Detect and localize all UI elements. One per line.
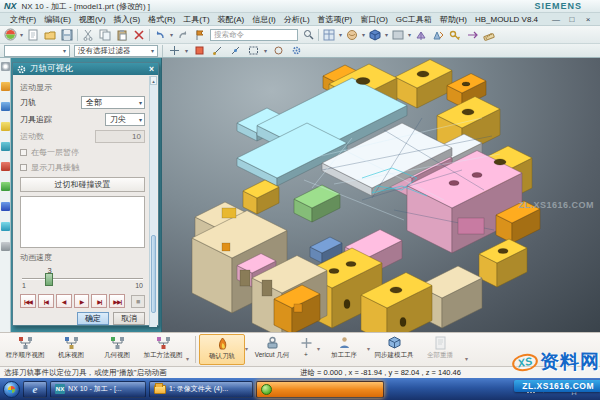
item-flyout-caret[interactable]: ▾ [245,345,248,352]
cancel-button[interactable]: 取消 [113,312,145,325]
item-flyout-caret[interactable]: ▾ [317,345,320,352]
ribbon-item-geometry-view[interactable]: 几何视图 [94,334,140,365]
tray-expand-icon[interactable]: ▴ [521,386,524,393]
menu-tools[interactable]: 工具(T) [179,14,213,25]
history-palette-icon[interactable] [1,222,10,231]
shaded-display-icon[interactable] [345,28,359,42]
menu-information[interactable]: 信息(I) [248,14,280,25]
redo-icon[interactable] [176,28,190,42]
snap-mid-icon[interactable] [228,44,242,58]
pane-icon[interactable] [391,28,405,42]
slider-thumb[interactable] [45,273,53,286]
menu-view[interactable]: 视图(V) [75,14,110,25]
ribbon-item-machine-view[interactable]: 机床视图 [48,334,94,365]
ribbon-item-method-view[interactable]: 加工方法视图 [140,334,186,365]
stop-button[interactable]: ■ [131,295,145,308]
menu-preferences[interactable]: 首选项(P) [314,14,357,25]
select-caret[interactable]: ▾ [264,47,267,54]
window-layout-icon[interactable] [322,28,336,42]
taskbar-clock[interactable]: 2019/6/23 星期日 [551,382,597,396]
start-button[interactable] [3,381,20,398]
undo-caret[interactable]: ▾ [170,31,173,38]
slider-track[interactable] [22,278,143,280]
snap-plus-icon[interactable] [167,44,181,58]
network-icon[interactable] [527,385,536,393]
delete-icon[interactable] [132,28,146,42]
open-folder-icon[interactable] [43,28,57,42]
item-flyout-caret[interactable]: ▾ [367,345,370,352]
step-back-button[interactable]: |◀ [38,294,54,308]
cut-icon[interactable] [81,28,95,42]
constraint-navigator-icon[interactable] [1,102,10,111]
key-icon[interactable] [448,28,462,42]
nx-taskbar-button[interactable]: NX NX 10 - 加工 - [... [50,381,146,398]
group-overflow-caret[interactable]: ▾ [186,355,189,362]
command-search-input[interactable] [210,29,298,41]
ribbon-item-sync-modeling[interactable]: 同步建模工具 [371,334,417,365]
layout-caret[interactable]: ▾ [339,31,342,38]
snap-end-icon[interactable] [210,44,224,58]
search-icon[interactable] [301,28,315,42]
roles-gear-icon[interactable] [1,62,10,71]
ribbon-item-program-order-view[interactable]: 程序顺序视图 [2,334,48,365]
chat-taskbar-button[interactable] [256,381,384,398]
go-to-end-button[interactable]: ▶▶| [109,294,125,308]
gear-small-icon[interactable] [289,44,303,58]
toolpath-event-list[interactable] [20,196,145,248]
ie-taskbar-button[interactable]: e [23,381,47,398]
menu-assemblies[interactable]: 装配(A) [214,14,249,25]
menu-help[interactable]: 帮助(H) [436,14,471,25]
save-icon[interactable] [60,28,74,42]
copy-icon[interactable] [98,28,112,42]
gouge-collision-settings-button[interactable]: 过切和碰撞设置 [20,177,145,192]
undo-icon[interactable] [153,28,167,42]
menu-analysis[interactable]: 分析(L) [280,14,314,25]
graphics-viewport[interactable]: ZL.XS1616.COM [161,58,600,332]
datum-icon[interactable] [414,28,428,42]
part-navigator-icon[interactable] [1,122,10,131]
measure-icon[interactable] [482,28,496,42]
process-assistant-icon[interactable] [1,182,10,191]
snap-caret[interactable]: ▾ [185,47,188,54]
view-caret[interactable]: ▾ [385,31,388,38]
dialog-title-bar[interactable]: 刀轨可视化 × [13,63,158,75]
menu-gc-toolbox[interactable]: GC工具箱 [392,14,436,25]
selection-scope-combo[interactable]: 没有选择过滤器 ▾ [74,45,158,57]
step-forward-button[interactable]: ▶| [91,294,107,308]
ribbon-item-verify-toolpath[interactable]: 确认刀轨 [199,334,245,365]
menu-edit[interactable]: 编辑(E) [40,14,75,25]
speaker-icon[interactable] [539,385,548,393]
scroll-up-icon[interactable]: ▴ [150,76,157,85]
ok-button[interactable]: 确定 [77,312,109,325]
menu-file[interactable]: 文件(F) [6,14,40,25]
toolpath-select[interactable]: 全部 ▾ [81,96,145,109]
show-tool-contact-checkbox[interactable] [20,164,27,171]
tool-trace-select[interactable]: 刀尖 ▾ [105,113,145,126]
selection-flag-icon[interactable] [193,28,207,42]
template-caret[interactable]: ▾ [20,31,23,38]
motion-display-section[interactable]: 运动显示 [20,82,145,93]
ribbon-item-replay-all[interactable]: 全部重播 [417,334,463,365]
ribbon-item-more[interactable]: + [295,334,317,365]
ribbon-item-vericut[interactable]: Vericut 几何 [249,334,295,365]
system-materials-icon[interactable] [1,242,10,251]
dialog-close-icon[interactable]: × [149,64,154,75]
view-cube-icon[interactable] [368,28,382,42]
dialog-scrollbar[interactable]: ▴ [149,76,157,327]
nx-orb-icon[interactable] [3,28,17,42]
animation-speed-section[interactable]: 动画速度 [20,252,145,263]
minimize-button[interactable]: — [550,14,562,25]
paste-icon[interactable] [115,28,129,42]
close-button[interactable]: × [582,14,594,25]
play-reverse-button[interactable]: ◀ [56,294,72,308]
group-overflow-caret[interactable]: ▾ [465,355,468,362]
menu-hb-mould[interactable]: HB_MOULD V8.4 [471,15,542,24]
toggle-icon[interactable] [465,28,479,42]
pane-caret[interactable]: ▾ [408,31,411,38]
highlight-flag-icon[interactable] [192,44,206,58]
menu-format[interactable]: 格式(R) [144,14,179,25]
go-to-start-button[interactable]: |◀◀ [20,294,36,308]
folder-taskbar-button[interactable]: 1: 录像文件夹 (4)... [149,381,253,398]
scrollbar-thumb[interactable] [151,235,156,313]
new-file-icon[interactable] [26,28,40,42]
